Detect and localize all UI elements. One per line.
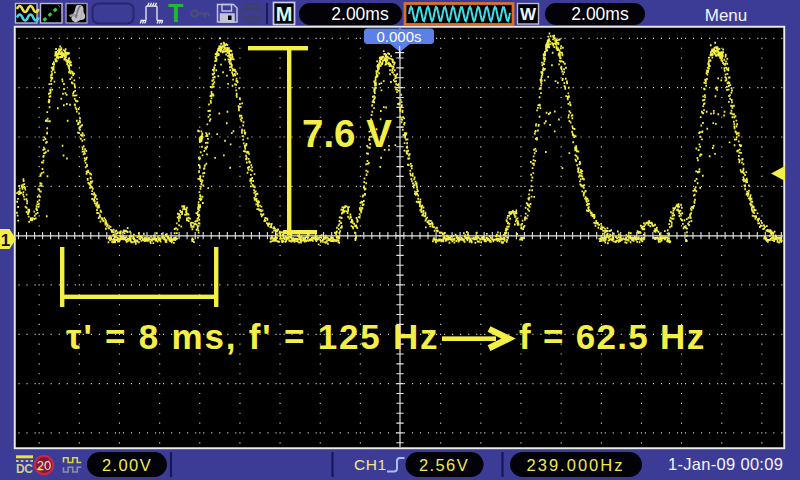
svg-text:T: T [168, 0, 183, 27]
svg-text:2.00ms: 2.00ms [571, 4, 629, 24]
svg-text:Menu: Menu [705, 6, 748, 25]
svg-text:f = 62.5 Hz: f = 62.5 Hz [519, 317, 705, 356]
svg-text:CH1: CH1 [354, 456, 387, 473]
svg-text:DC: DC [16, 462, 33, 476]
svg-text:τ' = 8 ms, f' = 125 Hz: τ' = 8 ms, f' = 125 Hz [66, 317, 439, 356]
svg-text:M: M [276, 3, 293, 25]
svg-text:239.000Hz: 239.000Hz [527, 456, 625, 474]
svg-text:20: 20 [37, 458, 51, 473]
svg-text:2.00V: 2.00V [102, 456, 152, 474]
svg-text:1-Jan-09 00:09: 1-Jan-09 00:09 [668, 455, 783, 473]
svg-text:7.6 V: 7.6 V [302, 112, 392, 155]
svg-text:2.00ms: 2.00ms [331, 4, 389, 24]
svg-text:W: W [520, 5, 537, 24]
svg-text:2.56V: 2.56V [419, 456, 469, 474]
svg-text:0.000s: 0.000s [376, 28, 421, 45]
svg-text:1: 1 [1, 231, 10, 250]
